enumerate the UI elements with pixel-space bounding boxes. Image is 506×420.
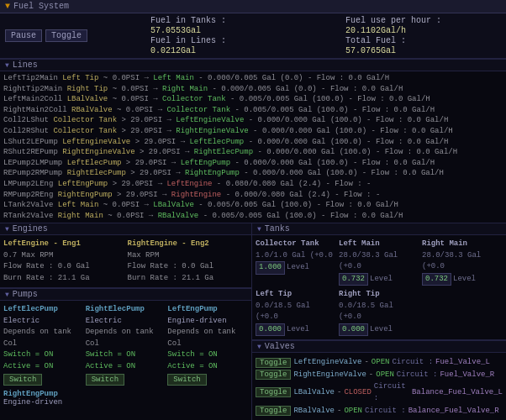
fuel-in-lines-label: Fuel in Lines : xyxy=(150,36,226,45)
tank-rightTip: Right Tip 0.0/18.5 Gal (+0.0 0.000 Level xyxy=(339,289,419,336)
valve-circuit-name: Balance_Fuel_Valve_R xyxy=(408,405,499,417)
pump-depends: Depends on tank Col xyxy=(3,327,84,349)
tank-capacity: 0.0/18.5 Gal (+0.0 xyxy=(256,301,336,323)
right-eng-pump-extra: RightEngPump Engine-driven xyxy=(3,390,248,407)
tank-name: Left Main xyxy=(339,239,419,250)
engine-flow: Flow Rate : 0.0 Gal xyxy=(3,261,124,273)
pump-type: Electric xyxy=(3,316,84,328)
pump-active: Active = ON xyxy=(3,361,84,373)
line-item: Coll2LShut Collector Tank > 29.0PSI → Le… xyxy=(3,115,503,126)
tanks-triangle: ▼ xyxy=(257,225,261,233)
level-container: 1.000 Level xyxy=(256,261,336,275)
bottom-area: ▼ Engines LeftEngine - Eng1 0.7 Max RPM … xyxy=(0,223,506,420)
valve-name: LBalValve xyxy=(293,386,335,398)
tank-name: Left Tip xyxy=(256,289,336,301)
line-item: RShut2REPump RightEngineValve > 29.0PSI … xyxy=(3,147,503,158)
tank-name: Collector Tank xyxy=(256,239,336,250)
main-content: ▼ Lines LeftTip2Main Left Tip ~ 0.0PSI →… xyxy=(0,59,506,420)
tank-name: Right Main xyxy=(422,239,503,250)
pump-name: RightElecPump xyxy=(86,304,166,316)
valve-circuit: Circuit : xyxy=(374,381,409,405)
valve-circuit: Circuit : xyxy=(365,405,406,417)
app-title: Fuel System xyxy=(13,2,69,11)
engine-col: RightEngine - Eng2 Max RPM Flow Rate : 0… xyxy=(128,239,249,284)
valves-triangle: ▼ xyxy=(257,343,261,350)
lines-section: LeftTip2Main Left Tip ~ 0.0PSI → Left Ma… xyxy=(0,71,506,223)
lines-triangle: ▼ xyxy=(5,61,9,69)
engine-burn: Burn Rate : 21.1 Ga xyxy=(128,273,249,285)
valve-state: CLOSED xyxy=(344,386,371,398)
level-box: 1.000 xyxy=(256,261,285,275)
total-fuel-label: Total Fuel : xyxy=(345,36,406,45)
valve-state: OPEN xyxy=(344,405,362,417)
valve-dash: - xyxy=(337,386,341,398)
engine-col: LeftEngine - Eng1 0.7 Max RPM Flow Rate … xyxy=(3,239,124,284)
engine-flow: Flow Rate : 0.0 Gal xyxy=(128,261,249,273)
fuel-in-lines-value: 0.0212Gal xyxy=(150,46,196,55)
valve-name: RightEngineValve xyxy=(293,369,366,381)
pump-type: Electric xyxy=(86,316,166,328)
pumps-grid: LeftElecPump Electric Depends on tank Co… xyxy=(3,304,248,386)
level-label: Level xyxy=(370,324,393,336)
level-container: 0.000 Level xyxy=(256,323,336,337)
pump-col-1: RightElecPump Electric Depends on tank C… xyxy=(86,304,166,386)
lines-label: Lines xyxy=(13,60,38,70)
engines-label: Engines xyxy=(13,224,48,234)
valve-circuit-name: Fuel_Valve_L xyxy=(435,356,490,368)
fuel-in-tanks-label: Fuel in Tanks : xyxy=(150,16,226,25)
line-item: REPump2RMPump RightElecPump > 29.0PSI → … xyxy=(3,168,503,179)
fuel-use-stat: Fuel use per hour : 20.1102Gal/h Total F… xyxy=(345,16,441,55)
valve-row-0: Toggle LeftEngineValve - OPEN Circuit : … xyxy=(256,356,503,368)
valve-toggle-btn[interactable]: Toggle xyxy=(256,406,291,416)
top-stats: Fuel in Tanks : 57.0553Gal Fuel in Lines… xyxy=(91,16,501,55)
valve-toggle-btn[interactable]: Toggle xyxy=(256,358,291,368)
engine-burn: Burn Rate : 21.1 Ga xyxy=(3,273,124,285)
line-item: LEPump2LMPump LeftElecPump > 29.0PSI → L… xyxy=(3,158,503,169)
pumps-section-header: ▼ Pumps xyxy=(0,288,251,301)
right-eng-pump-type: Engine-driven xyxy=(3,398,62,407)
line-item: LeftTip2Main Left Tip ~ 0.0PSI → Left Ma… xyxy=(3,73,503,84)
valve-toggle-btn[interactable]: Toggle xyxy=(256,370,291,380)
line-item: LMPump2LEng LeftEngPump > 29.0PSI → Left… xyxy=(3,179,503,190)
valve-state: OPEN xyxy=(372,356,390,368)
level-box: 0.732 xyxy=(339,273,368,286)
level-box: 0.000 xyxy=(339,323,368,337)
pump-switch-btn[interactable]: Switch xyxy=(86,374,124,386)
total-fuel-value: 57.0765Gal xyxy=(345,46,396,55)
valve-row-1: Toggle RightEngineValve - OPEN Circuit :… xyxy=(256,369,503,381)
right-panels: ▼ Tanks Collector Tank 1.0/1.0 Gal (+0.0… xyxy=(252,223,506,420)
pause-button[interactable]: Pause xyxy=(5,29,42,42)
level-label: Level xyxy=(287,324,309,336)
valve-dash: - xyxy=(369,369,373,381)
pump-active: Active = ON xyxy=(167,361,248,373)
level-container: 0.732 Level xyxy=(422,273,503,286)
valve-toggle-btn[interactable]: Toggle xyxy=(256,387,291,397)
tank-capacity: 28.0/38.3 Gal (+0.0 xyxy=(422,250,503,273)
pump-switch: Switch = ON xyxy=(3,349,84,361)
valves-section-header: ▼ Valves xyxy=(252,340,506,353)
level-box: 0.000 xyxy=(256,323,285,337)
lines-section-header: ▼ Lines xyxy=(0,59,506,71)
pump-name: LeftEngPump xyxy=(167,304,248,316)
fuel-use-label: Fuel use per hour : xyxy=(345,16,441,25)
pump-name: LeftElecPump xyxy=(3,304,84,316)
tanks-section-header: ▼ Tanks xyxy=(252,223,506,235)
pump-switch-btn[interactable]: Switch xyxy=(167,374,206,386)
line-item: LTank2Valve Left Main ~ 0.0PSI → LBalVal… xyxy=(3,200,503,211)
valve-dash: - xyxy=(364,356,368,368)
tank-capacity: 28.0/38.3 Gal (+0.0 xyxy=(339,250,419,273)
level-container: 0.000 Level xyxy=(339,323,419,337)
level-label: Level xyxy=(453,274,476,286)
toggle-button[interactable]: Toggle xyxy=(45,29,87,42)
tank-leftTip: Left Tip 0.0/18.5 Gal (+0.0 0.000 Level xyxy=(256,289,336,336)
line-item: LeftMain2Coll LBalValve ~ 0.0PSI → Colle… xyxy=(3,94,503,105)
level-label: Level xyxy=(370,274,393,286)
engines-panel: LeftEngine - Eng1 0.7 Max RPM Flow Rate … xyxy=(0,235,251,288)
pump-depends: Depends on tank Col xyxy=(167,327,248,349)
tanks-panel: Collector Tank 1.0/1.0 Gal (+0.0 1.000 L… xyxy=(252,235,506,340)
fuel-icon: ▼ xyxy=(5,2,10,11)
valve-circuit-name: Balance_Fuel_Valve_L xyxy=(412,386,503,398)
line-item: Coll2RShut Collector Tank > 29.0PSI → Ri… xyxy=(3,126,503,137)
pumps-triangle: ▼ xyxy=(5,291,9,298)
pump-switch-btn[interactable]: Switch xyxy=(3,374,42,386)
